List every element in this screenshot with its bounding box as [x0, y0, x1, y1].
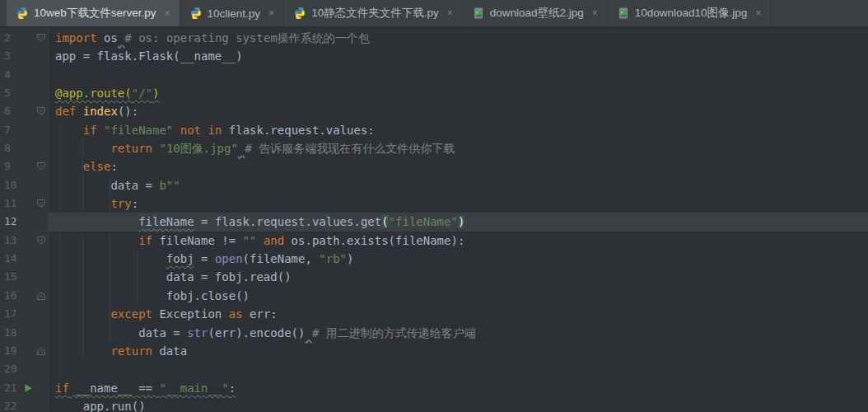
code-token: (fileName,: [243, 252, 320, 265]
line-number: 3: [4, 47, 11, 65]
editor-tab[interactable]: 10静态文件夹文件下载.py×: [284, 0, 463, 26]
code-line[interactable]: fileName = flask.request.values.get("fil…: [48, 213, 868, 231]
code-line[interactable]: data = str(err).encode() # 用二进制的方式传递给客户端: [48, 324, 868, 342]
line-number: 18: [4, 324, 17, 342]
code-line[interactable]: fobj = open(fileName, "rb"): [48, 250, 868, 268]
code-token: data =: [55, 326, 187, 339]
code-line[interactable]: fobj.close(): [48, 287, 868, 305]
code-line[interactable]: import os # os: operating system操作系统的一个包: [48, 29, 868, 47]
python-file-icon: [189, 7, 203, 20]
code-token: :: [229, 382, 236, 395]
close-icon[interactable]: ×: [447, 8, 453, 18]
code-line[interactable]: else:: [48, 157, 868, 176]
gutter-cell[interactable]: 5: [0, 84, 48, 102]
code-token: (err).encode(): [208, 326, 305, 339]
code-token: os.path.exists(fileName):: [284, 234, 464, 247]
code-token: [76, 105, 82, 118]
code-token: # os: operating system操作系统的一个包: [124, 31, 369, 44]
gutter-cell[interactable]: 12: [0, 213, 48, 231]
code-line[interactable]: def index():: [48, 102, 868, 120]
gutter-cell[interactable]: 7: [0, 121, 48, 139]
gutter-cell[interactable]: 11: [0, 194, 48, 213]
code-row: 4: [0, 66, 868, 84]
code-line[interactable]: [48, 360, 868, 378]
close-icon[interactable]: ×: [165, 8, 170, 18]
gutter-cell[interactable]: 2: [0, 29, 48, 47]
code-line[interactable]: data = fobj.read(): [48, 268, 868, 286]
line-number: 12: [4, 213, 17, 231]
code-line[interactable]: except Exception as err:: [48, 305, 868, 323]
fold-up-icon[interactable]: [36, 291, 46, 301]
editor-tab[interactable]: 10client.py×: [180, 0, 285, 26]
gutter-cell[interactable]: 3: [0, 47, 48, 65]
code-row: 9 else:: [0, 157, 868, 176]
fold-up-icon[interactable]: [36, 346, 46, 356]
code-token: [55, 197, 110, 210]
code-line[interactable]: if "fileName" not in flask.request.value…: [48, 121, 868, 139]
code-row: 19 return data: [0, 342, 868, 360]
gutter-cell[interactable]: 18: [0, 324, 48, 342]
gutter-cell[interactable]: 6: [0, 102, 48, 120]
run-icon[interactable]: [23, 383, 33, 393]
editor-tab[interactable]: 10web下载文件server.py×: [7, 0, 180, 26]
tab-label: 10静态文件夹文件下载.py: [311, 6, 439, 21]
code-row: 20: [0, 360, 868, 378]
gutter-cell[interactable]: 4: [0, 66, 48, 84]
code-row: 17 except Exception as err:: [0, 305, 868, 323]
fold-down-icon[interactable]: [36, 162, 46, 171]
code-token: "10图像.jpg": [159, 142, 237, 155]
close-icon[interactable]: ×: [268, 8, 274, 18]
fold-down-icon[interactable]: [36, 199, 46, 208]
code-token: :: [132, 197, 138, 210]
code-line[interactable]: if fileName != "" and os.path.exists(fil…: [48, 232, 868, 250]
code-line[interactable]: if __name__ == "__main__":: [48, 379, 868, 397]
code-token: os: [97, 31, 118, 44]
code-line[interactable]: data = b"": [48, 176, 868, 194]
code-editor[interactable]: 2import os # os: operating system操作系统的一个…: [0, 27, 868, 412]
gutter-cell[interactable]: 19: [0, 342, 48, 360]
gutter-cell[interactable]: 13: [0, 232, 48, 250]
close-icon[interactable]: ×: [755, 8, 761, 18]
gutter-cell[interactable]: 20: [0, 360, 48, 378]
line-number: 14: [4, 250, 17, 268]
gutter-cell[interactable]: 16: [0, 287, 48, 305]
code-token: "fileName": [104, 124, 173, 137]
code-token: [55, 142, 110, 155]
line-number: 2: [4, 29, 11, 47]
code-token: fobj: [166, 252, 194, 265]
line-number: 19: [4, 342, 17, 360]
gutter-cell[interactable]: 14: [0, 250, 48, 268]
code-token: str: [187, 326, 208, 339]
code-row: 15 data = fobj.read(): [0, 268, 868, 286]
line-number: 16: [4, 287, 17, 305]
close-icon[interactable]: ×: [592, 8, 598, 18]
gutter-cell[interactable]: 9: [0, 157, 48, 176]
code-row: 16 fobj.close(): [0, 287, 868, 305]
gutter-cell[interactable]: 22: [0, 397, 48, 412]
code-line[interactable]: return data: [48, 342, 868, 360]
code-token: "__main__": [159, 382, 228, 395]
code-token: [55, 160, 83, 173]
gutter-cell[interactable]: 15: [0, 268, 48, 286]
code-token: fileName !=: [152, 234, 243, 247]
code-line[interactable]: @app.route("/"): [48, 84, 868, 102]
code-token: [173, 124, 180, 137]
line-number: 20: [4, 360, 17, 378]
gutter-cell[interactable]: 17: [0, 305, 48, 323]
fold-down-icon[interactable]: [36, 236, 46, 246]
gutter-cell[interactable]: 10: [0, 176, 48, 194]
code-line[interactable]: app = flask.Flask(__name__): [48, 47, 868, 65]
editor-tab[interactable]: 10download10图像.jpg×: [608, 0, 772, 26]
tab-label: 10download10图像.jpg: [635, 6, 748, 21]
fold-down-icon[interactable]: [36, 106, 46, 116]
editor-tab[interactable]: download壁纸2.jpg×: [463, 0, 608, 26]
code-line[interactable]: app.run(): [48, 397, 868, 412]
gutter-cell[interactable]: 21: [0, 379, 48, 397]
code-token: (: [381, 215, 388, 228]
code-token: # 用二进制的方式传递给客户端: [312, 326, 476, 339]
fold-down-icon[interactable]: [36, 33, 46, 43]
code-line[interactable]: return "10图像.jpg" # 告诉服务端我现在有什么文件供你下载: [48, 139, 868, 157]
gutter-cell[interactable]: 8: [0, 139, 48, 157]
code-line[interactable]: [48, 66, 868, 84]
code-line[interactable]: try:: [48, 194, 868, 213]
